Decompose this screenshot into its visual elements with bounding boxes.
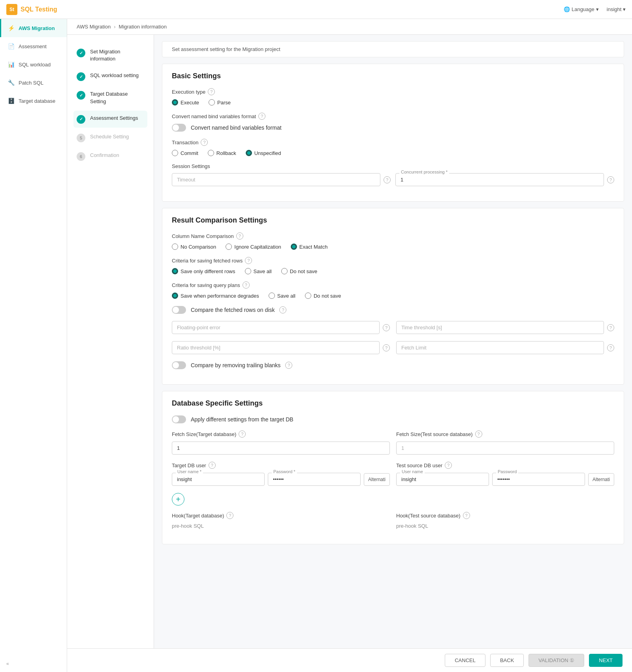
- no-comparison-label: No Comparison: [181, 244, 216, 250]
- step-1[interactable]: ✓ Set Migration information: [73, 44, 147, 66]
- user-menu[interactable]: insight ▾: [607, 6, 626, 12]
- radio-do-not-save-rows[interactable]: [281, 268, 288, 274]
- back-button[interactable]: BACK: [490, 654, 524, 667]
- query-plans-help[interactable]: ?: [243, 281, 250, 289]
- option-rollback[interactable]: Rollback: [208, 150, 236, 156]
- radio-save-all-plans[interactable]: [269, 293, 275, 299]
- compare-disk-help[interactable]: ?: [279, 306, 286, 313]
- compare-disk-toggle[interactable]: [172, 306, 186, 314]
- compare-blanks-help[interactable]: ?: [285, 362, 292, 369]
- time-threshold-input[interactable]: [396, 321, 604, 334]
- chevron-down-icon: ▾: [596, 6, 599, 12]
- step-6-label: Confirmation: [90, 152, 119, 159]
- radio-save-different[interactable]: [172, 268, 178, 274]
- option-save-different[interactable]: Save only different rows: [172, 268, 235, 274]
- column-name-help[interactable]: ?: [236, 232, 243, 240]
- save-all-rows-label: Save all: [254, 268, 272, 274]
- concurrent-help[interactable]: ?: [607, 176, 614, 183]
- option-exact-match[interactable]: Exact Match: [291, 244, 328, 250]
- radio-execute[interactable]: [172, 99, 178, 106]
- convert-bind-toggle-row: Convert named bind variables format: [172, 124, 614, 132]
- target-db-user-inputs: User name * Password * Alternati: [172, 473, 390, 486]
- source-alt-button[interactable]: Alternati: [588, 473, 614, 486]
- cancel-button[interactable]: CANCEL: [445, 654, 485, 667]
- option-no-comparison[interactable]: No Comparison: [172, 244, 216, 250]
- do-not-save-rows-label: Do not save: [290, 268, 317, 274]
- validation-button[interactable]: VALIDATION ①: [529, 654, 584, 667]
- hook-target-help[interactable]: ?: [226, 512, 233, 519]
- fetch-size-target-input[interactable]: [172, 442, 390, 455]
- compare-blanks-toggle[interactable]: [172, 361, 186, 369]
- option-save-all-rows[interactable]: Save all: [245, 268, 272, 274]
- sidebar-collapse-button[interactable]: «: [0, 655, 67, 672]
- sidebar-label-aws: AWS Migration: [19, 25, 55, 31]
- radio-unspecified[interactable]: [246, 150, 252, 156]
- language-selector[interactable]: 🌐 Language ▾: [564, 6, 599, 12]
- option-save-perf[interactable]: Save when performance degrades: [172, 293, 259, 299]
- radio-save-perf[interactable]: [172, 293, 178, 299]
- timeout-input[interactable]: [172, 173, 380, 186]
- ratio-threshold-help[interactable]: ?: [383, 344, 390, 351]
- add-button[interactable]: +: [172, 493, 184, 506]
- fetch-limit-help[interactable]: ?: [607, 344, 614, 351]
- step-3[interactable]: ✓ Target Database Setting: [73, 87, 147, 109]
- sidebar-item-patch-sql[interactable]: 🔧 Patch SQL: [0, 74, 67, 92]
- floating-point-input[interactable]: [172, 321, 380, 334]
- option-do-not-save-rows[interactable]: Do not save: [281, 268, 317, 274]
- execution-type-label: Execution type ?: [172, 88, 614, 95]
- radio-ignore-cap[interactable]: [226, 244, 232, 250]
- result-comparison-title: Result Comparison Settings: [172, 216, 614, 225]
- convert-bind-help[interactable]: ?: [258, 113, 265, 120]
- radio-exact-match[interactable]: [291, 244, 297, 250]
- source-username-input[interactable]: [396, 473, 489, 486]
- do-not-save-plans-label: Do not save: [314, 293, 341, 299]
- convert-bind-toggle[interactable]: [172, 124, 186, 132]
- option-save-all-plans[interactable]: Save all: [269, 293, 295, 299]
- radio-parse[interactable]: [209, 99, 215, 106]
- step-4[interactable]: ✓ Assessment Settings: [73, 111, 147, 128]
- sidebar-item-assessment[interactable]: 📄 Assessment: [0, 37, 67, 55]
- transaction-help[interactable]: ?: [201, 139, 208, 146]
- hook-source-help[interactable]: ?: [463, 512, 470, 519]
- target-password-input[interactable]: [268, 473, 361, 486]
- radio-save-all-rows[interactable]: [245, 268, 251, 274]
- ratio-threshold-input[interactable]: [172, 341, 380, 354]
- option-ignore-cap[interactable]: Ignore Capitalization: [226, 244, 281, 250]
- fetch-size-source-help[interactable]: ?: [475, 430, 482, 438]
- sidebar-item-sql-workload[interactable]: 📊 SQL workload: [0, 55, 67, 74]
- sidebar-label-assessment: Assessment: [19, 43, 47, 49]
- concurrent-input[interactable]: [395, 173, 604, 186]
- language-label: Language: [572, 6, 594, 12]
- radio-no-comparison[interactable]: [172, 244, 178, 250]
- apply-different-toggle[interactable]: [172, 415, 186, 423]
- radio-do-not-save-plans[interactable]: [305, 293, 311, 299]
- test-source-db-user-help[interactable]: ?: [445, 462, 452, 469]
- option-commit[interactable]: Commit: [172, 150, 198, 156]
- option-parse[interactable]: Parse: [209, 99, 231, 106]
- radio-rollback[interactable]: [208, 150, 214, 156]
- target-username-input[interactable]: [172, 473, 265, 486]
- radio-commit[interactable]: [172, 150, 178, 156]
- time-threshold-help[interactable]: ?: [607, 324, 614, 331]
- target-db-user-help[interactable]: ?: [209, 462, 216, 469]
- fetched-rows-help[interactable]: ?: [245, 257, 252, 264]
- option-do-not-save-plans[interactable]: Do not save: [305, 293, 341, 299]
- wizard-steps: ✓ Set Migration information ✓ SQL worklo…: [67, 35, 154, 672]
- target-alt-button[interactable]: Alternati: [364, 473, 390, 486]
- execution-type-help[interactable]: ?: [208, 88, 215, 95]
- sidebar-item-target-database[interactable]: 🗄️ Target database: [0, 92, 67, 110]
- timeout-help[interactable]: ?: [384, 176, 391, 183]
- next-button[interactable]: NEXT: [589, 654, 623, 667]
- sidebar-item-aws-migration[interactable]: ⚡ AWS Migration: [0, 19, 67, 37]
- breadcrumb-part1[interactable]: AWS Migration: [77, 24, 111, 30]
- source-password-input[interactable]: [492, 473, 585, 486]
- floating-point-help[interactable]: ?: [383, 324, 390, 331]
- fetch-size-target-help[interactable]: ?: [239, 430, 246, 438]
- step-2-label: SQL workload setting: [90, 72, 139, 79]
- fetch-limit-input[interactable]: [396, 341, 604, 354]
- option-execute[interactable]: Execute: [172, 99, 199, 106]
- fetched-rows-group: Criteria for saving fetched rows ? Save …: [172, 257, 614, 274]
- step-2[interactable]: ✓ SQL workload setting: [73, 68, 147, 85]
- option-unspecified[interactable]: Unspecified: [246, 150, 281, 156]
- fetch-size-source-input[interactable]: [396, 442, 614, 455]
